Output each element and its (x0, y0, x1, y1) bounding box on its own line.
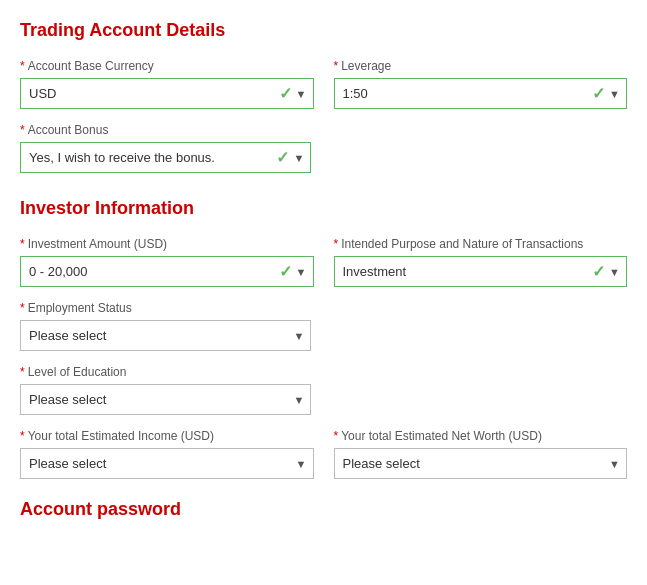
investment-required: * (20, 237, 25, 251)
education-group: *Level of Education Please select High S… (20, 365, 311, 415)
currency-select-wrapper[interactable]: USD EUR GBP ✓ ▼ (20, 78, 314, 109)
investor-section: Investor Information *Investment Amount … (20, 198, 627, 479)
networth-select-wrapper[interactable]: Please select Under $10,000 $10,000 - $5… (334, 448, 628, 479)
bonus-row: *Account Bonus Yes, I wish to receive th… (20, 123, 627, 173)
purpose-required: * (334, 237, 339, 251)
education-arrow-icon: ▼ (293, 394, 304, 406)
employment-group: *Employment Status Please select Employe… (20, 301, 311, 351)
employment-required: * (20, 301, 25, 315)
education-spacer (331, 365, 627, 415)
employment-row: *Employment Status Please select Employe… (20, 301, 627, 351)
income-required: * (20, 429, 25, 443)
investment-check-icon: ✓ (279, 262, 292, 281)
education-row: *Level of Education Please select High S… (20, 365, 627, 415)
employment-label: *Employment Status (20, 301, 311, 315)
currency-required: * (20, 59, 25, 73)
leverage-group: *Leverage 1:50 1:100 1:200 ✓ ▼ (334, 59, 628, 109)
investment-select-wrapper[interactable]: 0 - 20,000 20,001 - 50,000 50,001+ ✓ ▼ (20, 256, 314, 287)
currency-label: *Account Base Currency (20, 59, 314, 73)
income-label: *Your total Estimated Income (USD) (20, 429, 314, 443)
currency-check-icon: ✓ (279, 84, 292, 103)
bonus-group: *Account Bonus Yes, I wish to receive th… (20, 123, 311, 173)
investment-group: *Investment Amount (USD) 0 - 20,000 20,0… (20, 237, 314, 287)
bonus-select[interactable]: Yes, I wish to receive the bonus. No, I … (21, 143, 276, 172)
leverage-check-icon: ✓ (592, 84, 605, 103)
employment-spacer (331, 301, 627, 351)
employment-select-wrapper[interactable]: Please select Employed Self-employed Une… (20, 320, 311, 351)
income-select-wrapper[interactable]: Please select Under $10,000 $10,000 - $5… (20, 448, 314, 479)
bonus-check-icon: ✓ (276, 148, 289, 167)
purpose-group: *Intended Purpose and Nature of Transact… (334, 237, 628, 287)
trading-account-section: Trading Account Details *Account Base Cu… (20, 20, 627, 173)
education-required: * (20, 365, 25, 379)
leverage-required: * (334, 59, 339, 73)
income-arrow-icon: ▼ (296, 458, 307, 470)
purpose-arrow-icon: ▼ (609, 266, 620, 278)
employment-select[interactable]: Please select Employed Self-employed Une… (21, 321, 293, 350)
networth-required: * (334, 429, 339, 443)
account-password-section: Account password (20, 499, 627, 520)
investment-select[interactable]: 0 - 20,000 20,001 - 50,000 50,001+ (21, 257, 279, 286)
bonus-select-wrapper[interactable]: Yes, I wish to receive the bonus. No, I … (20, 142, 311, 173)
leverage-arrow-icon: ▼ (609, 88, 620, 100)
education-select-wrapper[interactable]: Please select High School Bachelor's Deg… (20, 384, 311, 415)
purpose-select-wrapper[interactable]: Investment Speculation Hedging ✓ ▼ (334, 256, 628, 287)
bonus-required: * (20, 123, 25, 137)
leverage-select-wrapper[interactable]: 1:50 1:100 1:200 ✓ ▼ (334, 78, 628, 109)
networth-select[interactable]: Please select Under $10,000 $10,000 - $5… (335, 449, 610, 478)
purpose-select[interactable]: Investment Speculation Hedging (335, 257, 593, 286)
currency-arrow-icon: ▼ (296, 88, 307, 100)
currency-group: *Account Base Currency USD EUR GBP ✓ ▼ (20, 59, 314, 109)
income-group: *Your total Estimated Income (USD) Pleas… (20, 429, 314, 479)
bonus-spacer (331, 123, 627, 173)
investment-label: *Investment Amount (USD) (20, 237, 314, 251)
investment-arrow-icon: ▼ (296, 266, 307, 278)
currency-leverage-row: *Account Base Currency USD EUR GBP ✓ ▼ *… (20, 59, 627, 109)
account-password-title: Account password (20, 499, 627, 520)
investor-title: Investor Information (20, 198, 627, 219)
investment-purpose-row: *Investment Amount (USD) 0 - 20,000 20,0… (20, 237, 627, 287)
bonus-label: *Account Bonus (20, 123, 311, 137)
income-networth-row: *Your total Estimated Income (USD) Pleas… (20, 429, 627, 479)
education-label: *Level of Education (20, 365, 311, 379)
employment-arrow-icon: ▼ (293, 330, 304, 342)
networth-label: *Your total Estimated Net Worth (USD) (334, 429, 628, 443)
currency-select[interactable]: USD EUR GBP (21, 79, 279, 108)
leverage-select[interactable]: 1:50 1:100 1:200 (335, 79, 593, 108)
education-select[interactable]: Please select High School Bachelor's Deg… (21, 385, 293, 414)
leverage-label: *Leverage (334, 59, 628, 73)
purpose-check-icon: ✓ (592, 262, 605, 281)
trading-title: Trading Account Details (20, 20, 627, 41)
networth-arrow-icon: ▼ (609, 458, 620, 470)
income-select[interactable]: Please select Under $10,000 $10,000 - $5… (21, 449, 296, 478)
purpose-label: *Intended Purpose and Nature of Transact… (334, 237, 628, 251)
networth-group: *Your total Estimated Net Worth (USD) Pl… (334, 429, 628, 479)
bonus-arrow-icon: ▼ (293, 152, 304, 164)
